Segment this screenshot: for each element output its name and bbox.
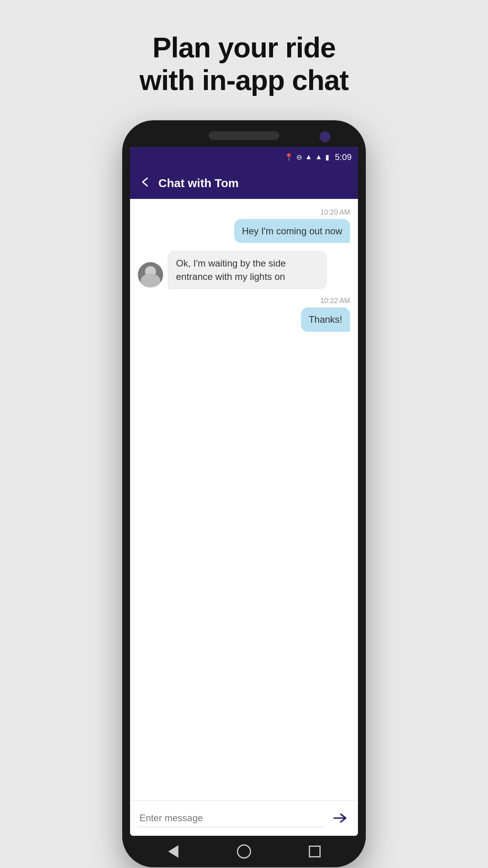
screen: 📍 ⊖ ▲ ▲ ▮ 5:09 xyxy=(130,147,358,836)
message-timestamp-thanks: 10:22 AM xyxy=(320,297,350,305)
headline-line2: with in-app chat xyxy=(139,64,349,97)
input-bar xyxy=(130,800,358,836)
send-icon xyxy=(332,810,348,826)
status-bar: 📍 ⊖ ▲ ▲ ▮ 5:09 xyxy=(130,147,358,167)
app-bar: Chat with Tom xyxy=(130,167,358,199)
phone-shell: 📍 ⊖ ▲ ▲ ▮ 5:09 xyxy=(122,120,366,867)
headline: Plan your ride with in-app chat xyxy=(139,31,349,97)
nav-home-button[interactable] xyxy=(235,843,253,860)
signal-icon: ▲ xyxy=(315,153,322,161)
phone-nav-bar xyxy=(122,836,366,867)
wifi-icon: ▲ xyxy=(305,153,312,161)
nav-back-button[interactable] xyxy=(165,843,182,860)
message-row: 10:20 AM Hey I'm coming out now xyxy=(138,208,350,243)
headline-line1: Plan your ride xyxy=(139,31,349,64)
location-icon: 📍 xyxy=(284,153,293,162)
message-bubble-outgoing: Hey I'm coming out now xyxy=(234,219,350,243)
nav-home-icon xyxy=(237,844,251,859)
nav-recent-button[interactable] xyxy=(306,843,323,860)
speaker xyxy=(209,131,279,140)
nav-recent-icon xyxy=(309,846,321,857)
status-icons: 📍 ⊖ ▲ ▲ ▮ 5:09 xyxy=(284,152,352,162)
message-row-incoming: Ok, I'm waiting by the side entrance wit… xyxy=(138,251,350,289)
avatar-image xyxy=(138,262,163,287)
message-row-thanks: 10:22 AM Thanks! xyxy=(138,297,350,332)
phone-top-bar xyxy=(122,120,366,147)
back-button[interactable] xyxy=(139,177,150,189)
message-bubble-thanks: Thanks! xyxy=(301,307,350,332)
block-icon: ⊖ xyxy=(296,153,302,162)
chat-area: 10:20 AM Hey I'm coming out now Ok, I'm … xyxy=(130,199,358,800)
message-input[interactable] xyxy=(138,809,324,827)
send-button[interactable] xyxy=(330,808,350,828)
status-time: 5:09 xyxy=(335,152,352,162)
nav-back-icon xyxy=(168,845,178,858)
avatar xyxy=(138,262,163,287)
page-wrapper: Plan your ride with in-app chat 📍 ⊖ ▲ xyxy=(0,0,488,868)
chat-title: Chat with Tom xyxy=(158,177,238,190)
camera xyxy=(319,131,330,142)
message-bubble-incoming: Ok, I'm waiting by the side entrance wit… xyxy=(168,251,327,289)
message-timestamp: 10:20 AM xyxy=(320,208,350,217)
battery-icon: ▮ xyxy=(325,153,329,162)
